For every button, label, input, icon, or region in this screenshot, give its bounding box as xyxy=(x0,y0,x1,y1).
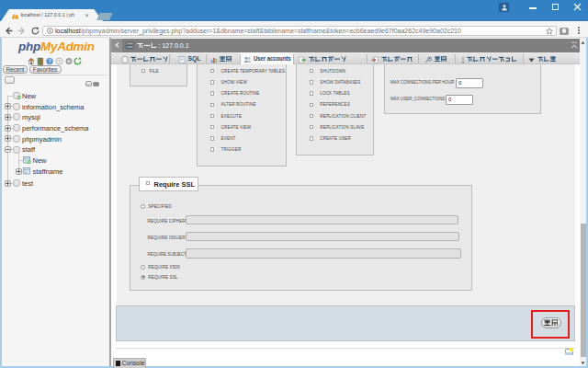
svg-text:?: ? xyxy=(48,58,51,64)
